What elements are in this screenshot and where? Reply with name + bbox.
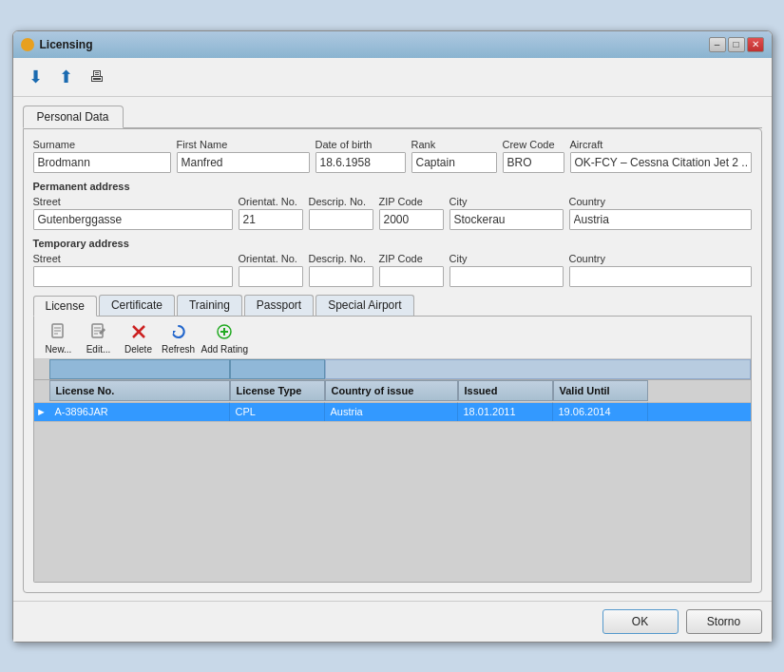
window-icon: [21, 38, 34, 51]
print-icon: 🖶: [89, 68, 105, 86]
minimize-button[interactable]: –: [709, 37, 726, 52]
dob-label: Date of birth: [316, 139, 406, 150]
temp-city-input[interactable]: [449, 266, 564, 287]
delete-icon: [127, 320, 150, 343]
temp-zip-input[interactable]: [379, 266, 444, 287]
col-header-license-type[interactable]: License Type: [230, 380, 325, 401]
grid-column-headers: License No. License Type Country of issu…: [34, 380, 751, 403]
temp-street-label: Street: [33, 253, 233, 264]
permanent-address-section: Permanent address Street Orientat. No. D…: [33, 181, 752, 230]
grid-progress-empty: [325, 359, 751, 379]
new-icon: [48, 320, 70, 343]
temp-zip-label: ZIP Code: [379, 253, 444, 264]
dob-input[interactable]: [316, 152, 406, 173]
col-header-license-no[interactable]: License No.: [49, 380, 230, 401]
temp-descrip-input[interactable]: [309, 266, 373, 287]
delete-label: Delete: [124, 344, 152, 355]
edit-icon: [87, 320, 110, 343]
perm-orientat-input[interactable]: [239, 209, 303, 230]
temp-orientat-label: Orientat. No.: [239, 253, 303, 264]
perm-street-field: Street: [33, 196, 233, 230]
arrow-up-button[interactable]: ⬆: [53, 64, 80, 90]
table-row[interactable]: ► A-3896JAR CPL Austria 18.01.2011 19.06…: [34, 403, 751, 422]
temp-zip-field: ZIP Code: [379, 253, 444, 287]
main-toolbar: ⬇ ⬆ 🖶: [13, 58, 772, 97]
new-button[interactable]: New...: [42, 320, 76, 355]
footer-bar: OK Storno: [13, 601, 772, 642]
cell-license-no: A-3896JAR: [49, 402, 230, 421]
aircraft-input[interactable]: [570, 152, 752, 173]
perm-descrip-label: Descrip. No.: [309, 196, 373, 207]
addrating-icon: [213, 320, 236, 343]
print-button[interactable]: 🖶: [84, 64, 110, 90]
tab-license[interactable]: License: [33, 296, 97, 317]
temporary-address-row: Street Orientat. No. Descrip. No. Z: [33, 253, 752, 287]
grid-progress-bar2: [230, 359, 325, 379]
rank-field: Rank: [411, 139, 497, 173]
cell-issued: 18.01.2011: [458, 402, 553, 421]
rank-label: Rank: [411, 139, 497, 150]
col-header-country[interactable]: Country of issue: [325, 380, 458, 401]
refresh-icon: [167, 320, 190, 343]
basic-info-section: Surname First Name Date of birth Ra: [33, 139, 752, 173]
cell-country: Austria: [325, 402, 458, 421]
perm-street-label: Street: [33, 196, 233, 207]
inner-tab-section: License Certificate Training Passport Sp…: [33, 295, 752, 583]
refresh-button[interactable]: Refresh: [162, 320, 196, 355]
surname-field: Surname: [33, 139, 171, 173]
perm-country-label: Country: [569, 196, 752, 207]
perm-orientat-field: Orientat. No.: [239, 196, 303, 230]
edit-button[interactable]: Edit...: [82, 320, 116, 355]
temp-country-label: Country: [569, 253, 752, 264]
basic-info-row: Surname First Name Date of birth Ra: [33, 139, 752, 173]
main-window: Licensing – □ ✕ ⬇ ⬆ 🖶 Personal Data: [12, 30, 773, 643]
storno-button[interactable]: Storno: [686, 609, 762, 634]
temp-country-input[interactable]: [569, 266, 752, 287]
perm-descrip-input[interactable]: [309, 209, 373, 230]
maximize-button[interactable]: □: [728, 37, 745, 52]
svg-marker-11: [173, 331, 176, 335]
grid-progress-header: [34, 359, 751, 380]
crewcode-input[interactable]: [503, 152, 564, 173]
temp-country-field: Country: [569, 253, 752, 287]
col-header-issued[interactable]: Issued: [458, 380, 553, 401]
col-header-valid-until[interactable]: Valid Until: [553, 380, 648, 401]
edit-label: Edit...: [86, 344, 111, 355]
close-button[interactable]: ✕: [747, 37, 764, 52]
temp-street-field: Street: [33, 253, 233, 287]
addrating-button[interactable]: Add Rating: [201, 320, 248, 355]
temp-city-field: City: [449, 253, 564, 287]
perm-descrip-field: Descrip. No.: [309, 196, 373, 230]
temp-orientat-field: Orientat. No.: [239, 253, 303, 287]
perm-zip-label: ZIP Code: [379, 196, 444, 207]
aircraft-field: Aircraft: [570, 139, 752, 173]
personal-data-panel: Surname First Name Date of birth Ra: [23, 128, 762, 593]
main-tab-container: Personal Data Surname First Name: [23, 105, 762, 593]
arrow-up-icon: ⬆: [59, 67, 73, 87]
temp-descrip-field: Descrip. No.: [309, 253, 373, 287]
content-area: Personal Data Surname First Name: [13, 97, 772, 601]
tab-special-airport[interactable]: Special Airport: [316, 295, 413, 316]
ok-button[interactable]: OK: [602, 609, 679, 634]
tab-passport[interactable]: Passport: [244, 295, 314, 316]
permanent-address-row: Street Orientat. No. Descrip. No. Z: [33, 196, 752, 230]
tab-personal-data[interactable]: Personal Data: [23, 106, 124, 128]
permanent-address-label: Permanent address: [33, 181, 752, 192]
perm-street-input[interactable]: [33, 209, 233, 230]
surname-input[interactable]: [33, 152, 171, 173]
temp-street-input[interactable]: [33, 266, 233, 287]
arrow-down-button[interactable]: ⬇: [23, 64, 49, 90]
rank-input[interactable]: [411, 152, 497, 173]
temp-orientat-input[interactable]: [239, 266, 303, 287]
tab-certificate[interactable]: Certificate: [99, 295, 175, 316]
perm-city-input[interactable]: [449, 209, 564, 230]
inner-tab-strip: License Certificate Training Passport Sp…: [33, 295, 752, 317]
perm-zip-field: ZIP Code: [379, 196, 444, 230]
firstname-input[interactable]: [177, 152, 310, 173]
temporary-address-label: Temporary address: [33, 238, 752, 249]
delete-button[interactable]: Delete: [122, 320, 156, 355]
aircraft-label: Aircraft: [570, 139, 752, 150]
perm-country-input[interactable]: [569, 209, 752, 230]
perm-zip-input[interactable]: [379, 209, 444, 230]
tab-training[interactable]: Training: [177, 295, 242, 316]
